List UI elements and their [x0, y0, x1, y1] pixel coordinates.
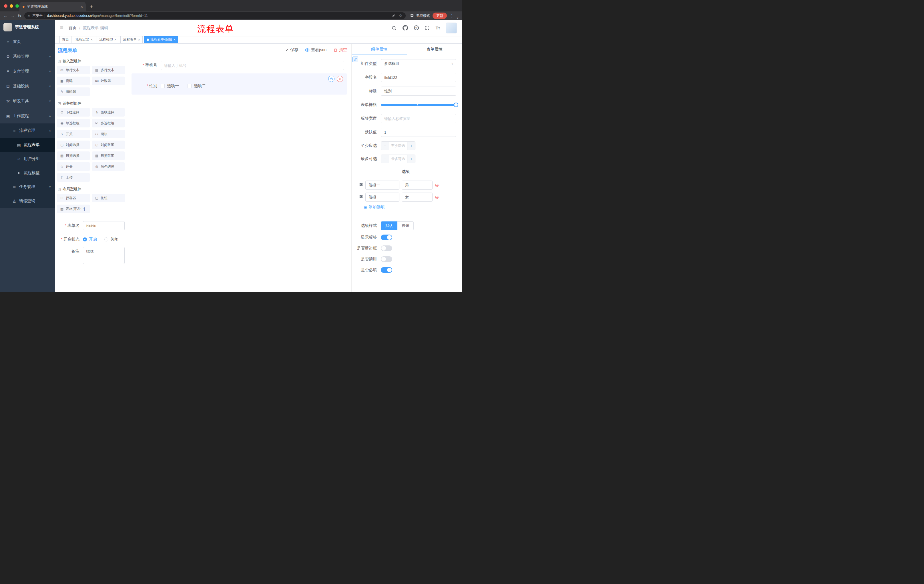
gender-checkbox-option2[interactable]: 选项二 — [188, 84, 206, 89]
status-radio-on[interactable]: 开启 — [83, 235, 97, 242]
palette-item-counter[interactable]: 123计数器 — [92, 77, 125, 85]
fullscreen-icon[interactable] — [425, 25, 430, 30]
palette-item-color-picker[interactable]: ◍颜色选择 — [92, 162, 125, 171]
border-switch[interactable] — [381, 245, 392, 251]
palette-item-date-range[interactable]: ▩日期范围 — [92, 151, 125, 160]
tag-process-form-edit[interactable]: 流程表单-编辑 × — [144, 36, 178, 43]
tag-process-model[interactable]: 流程模型 × — [97, 36, 119, 43]
tag-close-icon[interactable]: × — [114, 38, 116, 41]
sidebar-item-dev-tools[interactable]: ⚒ 研发工具 ∨ — [0, 94, 55, 109]
sidebar-item-process-form[interactable]: ▤ 流程表单 — [0, 138, 55, 152]
palette-item-rate[interactable]: ☆评分 — [57, 162, 90, 171]
breadcrumb-home[interactable]: 首页 — [69, 25, 77, 31]
max-select-value[interactable]: 最多可选 — [389, 155, 407, 163]
password-key-icon[interactable] — [391, 14, 395, 18]
user-avatar[interactable] — [446, 23, 457, 33]
slider-handle[interactable] — [454, 102, 458, 107]
tab-form-props[interactable]: 表单属性 — [407, 44, 462, 55]
palette-item-time-range[interactable]: ◶时间范围 — [92, 141, 125, 149]
palette-item-row-container[interactable]: ⊞行容器 — [57, 194, 90, 202]
drag-handle-icon[interactable] — [359, 194, 363, 200]
tag-close-icon[interactable]: × — [138, 38, 140, 41]
palette-item-textarea[interactable]: ▤多行文本 — [92, 66, 125, 74]
sidebar-item-infrastructure[interactable]: ⊡ 基础设施 ∨ — [0, 79, 55, 94]
decrease-button[interactable]: − — [381, 142, 389, 150]
sidebar-item-user-group[interactable]: ☺ 用户分组 — [0, 152, 55, 166]
field-name-input[interactable] — [381, 73, 456, 82]
option-label-input[interactable] — [365, 181, 399, 190]
style-default-button[interactable]: 默认 — [381, 221, 398, 230]
palette-item-date-picker[interactable]: ▦日期选择 — [57, 151, 90, 160]
sidebar-item-home[interactable]: ⌂ 首页 — [0, 34, 55, 49]
palette-item-time-picker[interactable]: ◷时间选择 — [57, 141, 90, 149]
tab-close-icon[interactable]: × — [80, 5, 83, 9]
palette-item-upload[interactable]: ⇧上传 — [57, 173, 90, 182]
default-value-input[interactable] — [381, 128, 456, 137]
bookmark-star-icon[interactable]: ☆ — [399, 14, 403, 18]
browser-tab[interactable]: ◆ 芋道管理系统 × — [20, 2, 86, 12]
canvas-field-phone[interactable]: 手机号 — [132, 60, 347, 71]
view-json-button[interactable]: 查看json — [305, 48, 327, 53]
back-button[interactable]: ← — [3, 14, 8, 18]
palette-item-cascader[interactable]: ⋔级联选择 — [92, 108, 125, 117]
canvas-field-gender-selected[interactable]: 性别 选项一 选项二 — [132, 73, 347, 95]
label-width-input[interactable] — [381, 114, 456, 123]
add-option-button[interactable]: ⊕ 添加选项 — [364, 204, 456, 210]
palette-item-editor[interactable]: ✎编辑器 — [57, 87, 90, 96]
phone-input[interactable] — [161, 61, 344, 70]
palette-item-radio-group[interactable]: ◉单选框组 — [57, 119, 90, 127]
palette-item-slider[interactable]: ⊷滑块 — [92, 130, 125, 138]
show-label-switch[interactable] — [381, 235, 392, 240]
remove-option-icon[interactable]: ⊖ — [435, 195, 439, 200]
help-icon[interactable]: ? — [414, 25, 419, 30]
sidebar-item-task-mgmt[interactable]: ≣ 任务管理 ∨ — [0, 180, 55, 194]
address-bar[interactable]: ⚠ 不安全 dashboard.yudao.iocoder.cn/bpm/man… — [24, 12, 406, 19]
drag-handle-icon[interactable] — [359, 183, 363, 188]
min-select-value[interactable]: 至少应选 — [389, 142, 407, 150]
option-value-input[interactable] — [402, 181, 432, 190]
copy-component-button[interactable] — [328, 76, 335, 82]
palette-item-select[interactable]: ⊙下拉选择 — [57, 108, 90, 117]
github-icon[interactable] — [403, 25, 408, 31]
link-button[interactable] — [353, 57, 358, 62]
profile-chevron-icon[interactable]: ∨ — [457, 16, 459, 20]
remove-option-icon[interactable]: ⊖ — [435, 183, 439, 188]
gender-checkbox-option1[interactable]: 选项一 — [161, 84, 179, 89]
option-value-input[interactable] — [402, 192, 432, 202]
tag-home[interactable]: 首页 — [59, 36, 71, 43]
sidebar-item-leave-query[interactable]: ♙ 请假查询 — [0, 194, 55, 208]
tag-close-icon[interactable]: × — [173, 38, 175, 41]
delete-component-button[interactable] — [337, 76, 343, 82]
status-radio-off[interactable]: 关闭 — [104, 235, 118, 242]
sidebar-item-workflow[interactable]: ▣ 工作流程 ∧ — [0, 109, 55, 123]
maximize-window-button[interactable] — [15, 4, 19, 8]
tab-component-props[interactable]: 组件属性 — [351, 44, 407, 55]
increase-button[interactable]: + — [407, 142, 415, 150]
tag-close-icon[interactable]: × — [91, 38, 92, 41]
palette-item-table[interactable]: ▦表格[开发中] — [57, 204, 90, 213]
form-remark-textarea[interactable]: 嘿嘿 — [83, 247, 125, 264]
update-button[interactable]: 更新 — [432, 13, 447, 19]
palette-item-checkbox-group[interactable]: ☑多选框组 — [92, 119, 125, 127]
reload-button[interactable]: ↻ — [18, 14, 21, 18]
minimize-window-button[interactable] — [10, 4, 13, 8]
forward-button[interactable]: → — [11, 14, 15, 18]
component-type-select[interactable] — [381, 59, 456, 68]
required-switch[interactable] — [381, 267, 392, 273]
palette-item-button[interactable]: ▢按钮 — [92, 194, 125, 202]
disabled-switch[interactable] — [381, 256, 392, 262]
sidebar-item-process-mgmt[interactable]: ≡ 流程管理 ∧ — [0, 123, 55, 138]
browser-menu-icon[interactable]: ⋮ — [450, 13, 454, 18]
font-size-icon[interactable]: TT — [436, 25, 440, 30]
sidebar-item-system[interactable]: ⚙ 系统管理 ∨ — [0, 49, 55, 64]
new-tab-button[interactable]: + — [90, 4, 93, 10]
form-name-input[interactable] — [83, 221, 125, 230]
close-window-button[interactable] — [4, 4, 7, 8]
save-button[interactable]: ✓ 保存 — [285, 48, 299, 53]
sidebar-item-payment[interactable]: ¥ 支付管理 ∨ — [0, 64, 55, 79]
title-input[interactable] — [381, 87, 456, 96]
palette-item-switch[interactable]: ◑开关 — [57, 130, 90, 138]
palette-item-password[interactable]: ▣密码 — [57, 77, 90, 85]
hamburger-icon[interactable]: ≡ — [60, 25, 63, 31]
sidebar-item-process-model[interactable]: ➤ 流程模型 — [0, 166, 55, 180]
